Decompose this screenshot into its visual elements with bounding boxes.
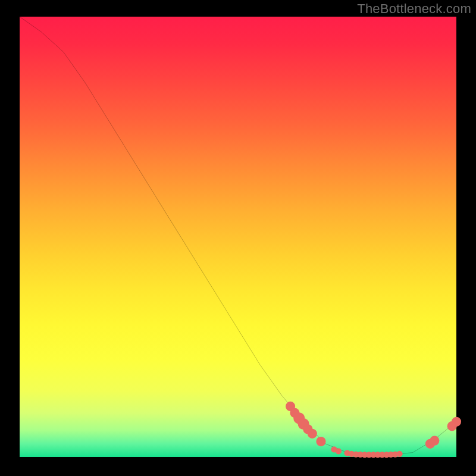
marker-point — [316, 437, 325, 446]
marker-point — [308, 429, 317, 439]
bottleneck-curve — [20, 17, 456, 455]
plot-overlay — [20, 17, 456, 457]
marker-point — [430, 436, 439, 445]
marker-group — [286, 402, 461, 458]
marker-point — [336, 448, 342, 454]
watermark-text: TheBottleneck.com — [357, 1, 471, 17]
marker-point — [452, 417, 461, 427]
chart-frame: TheBottleneck.com — [0, 0, 476, 476]
marker-point — [396, 451, 402, 457]
